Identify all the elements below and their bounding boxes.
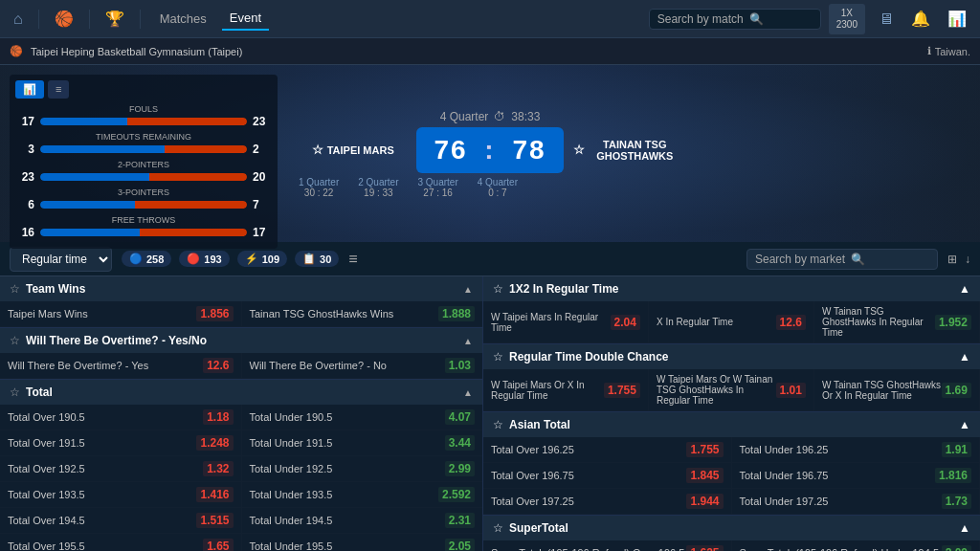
collapse-arrow[interactable]: ▲ [959, 282, 970, 296]
odds-value: 1.816 [935, 468, 971, 483]
odds-cell[interactable]: Total Over 193.51.416 [0, 482, 242, 507]
odds-cell-half[interactable]: SuperTotal: (195-196 Refund) Over 196.51… [483, 540, 732, 551]
odds-label: Total Under 197.25 [740, 496, 829, 507]
monitor-icon[interactable]: 🖥 [875, 7, 898, 32]
right-market-section-header[interactable]: ☆Asian Total▲ [483, 412, 980, 437]
collapse-arrow[interactable]: ▲ [463, 284, 473, 295]
market-badge[interactable]: ⚡109 [237, 251, 287, 267]
stat-val-right: 2 [253, 143, 272, 156]
odds-cell[interactable]: Total Under 190.54.07 [242, 405, 483, 430]
collapse-arrow[interactable]: ▲ [959, 521, 970, 535]
odds-cell-3[interactable]: W Taipei Mars Or W Tainan TSG GhostHawks… [649, 369, 814, 411]
market-star[interactable]: ☆ [493, 350, 503, 364]
market-badge[interactable]: 📋30 [295, 251, 339, 267]
odds-value: 1.69 [942, 383, 971, 398]
quarter-score-item: 4 Quarter0 : 7 [478, 177, 518, 198]
collapse-arrow[interactable]: ▲ [463, 336, 473, 346]
odds-cell[interactable]: Taipei Mars Wins1.856 [0, 301, 242, 326]
odds-cell-half[interactable]: Total Over 196.251.755 [483, 437, 732, 463]
odds-cell-half[interactable]: Total Under 196.751.816 [732, 463, 981, 489]
market-star[interactable]: ☆ [493, 418, 503, 431]
odds-cell[interactable]: Total Under 193.52.592 [242, 482, 483, 507]
right-market-section-header[interactable]: ☆SuperTotal▲ [483, 516, 980, 540]
stats-tab-chart[interactable]: 📊 [15, 80, 44, 99]
odds-cell[interactable]: Total Over 192.51.32 [0, 456, 242, 481]
odds-cell[interactable]: Will There Be Overtime? - No1.03 [242, 353, 483, 378]
market-star[interactable]: ☆ [493, 282, 503, 296]
market-section-header[interactable]: ☆Team Wins▲ [0, 276, 482, 301]
bar-container [40, 229, 247, 236]
odds-cell-3[interactable]: W Tainan TSG GhostHawks Or X In Regular … [814, 369, 980, 411]
odds-cell-half[interactable]: Total Over 197.251.944 [483, 489, 732, 515]
chart-icon[interactable]: 📊 [944, 6, 970, 32]
odds-cell[interactable]: Total Over 190.51.18 [0, 405, 242, 430]
odds-cell-half[interactable]: Total Under 197.251.73 [732, 489, 981, 515]
market-star[interactable]: ☆ [10, 282, 20, 296]
badge-icon: 🔵 [129, 253, 143, 265]
bar-right [135, 201, 247, 209]
market-star[interactable]: ☆ [493, 521, 503, 535]
stats-tabs: 📊 ≡ [15, 80, 272, 99]
bell-icon[interactable]: 🔔 [907, 6, 934, 32]
odds-cell[interactable]: Total Over 195.51.65 [0, 534, 242, 551]
odds-label: Will There Be Overtime? - Yes [8, 360, 148, 371]
q-score-val: 30 : 22 [299, 187, 339, 198]
odds-cell[interactable]: Total Under 191.53.44 [242, 430, 483, 455]
team-right-star[interactable]: ☆ [573, 143, 585, 157]
odds-row-2: Total Over 196.251.755Total Under 196.25… [483, 437, 980, 463]
odds-cell[interactable]: Total Under 195.52.05 [242, 534, 483, 551]
right-market-section-header[interactable]: ☆1X2 In Regular Time▲ [483, 276, 980, 301]
odds-cell[interactable]: Total Under 192.52.99 [242, 456, 483, 481]
odds-cell-3[interactable]: X In Regular Time12.6 [649, 301, 814, 343]
odds-value: 1.03 [445, 358, 475, 373]
odds-cell-half[interactable]: Total Under 196.251.91 [732, 437, 981, 463]
right-market-section-header[interactable]: ☆Regular Time Double Chance▲ [483, 344, 980, 369]
market-badges: 🔵258🔴193⚡109📋30 [122, 251, 339, 267]
market-section-header[interactable]: ☆Total▲ [0, 380, 482, 405]
odds-cell[interactable]: Tainan TSG GhostHawks Wins1.888 [242, 301, 483, 326]
market-star[interactable]: ☆ [10, 386, 20, 399]
stat-label: FOULS [15, 104, 272, 114]
market-star[interactable]: ☆ [10, 334, 20, 347]
odds-cell[interactable]: Total Over 194.51.515 [0, 508, 242, 533]
list-icon[interactable]: ↓ [965, 253, 970, 266]
stat-val-right: 7 [253, 198, 272, 211]
market-search[interactable]: Search by market 🔍 [746, 249, 938, 270]
team-left-star[interactable]: ☆ [312, 143, 323, 157]
odds-label: Will There Be Overtime? - No [250, 360, 387, 371]
live-count-button[interactable]: 1X2300 [829, 4, 865, 34]
tab-matches[interactable]: Matches [152, 8, 214, 30]
badge-count: 109 [262, 253, 279, 265]
collapse-arrow[interactable]: ▲ [959, 418, 970, 431]
odds-cell[interactable]: Total Under 194.52.31 [242, 508, 483, 533]
stats-tab-list[interactable]: ≡ [48, 80, 69, 99]
odds-cell-3[interactable]: W Taipei Mars Or X In Regular Time1.755 [483, 369, 649, 411]
odds-cell-half[interactable]: Total Over 196.751.845 [483, 463, 732, 489]
collapse-arrow[interactable]: ▲ [463, 387, 473, 398]
menu-icon[interactable]: ≡ [348, 251, 357, 268]
trophy-icon[interactable]: 🏆 [101, 6, 128, 32]
period-select[interactable]: Regular time [10, 247, 112, 272]
odds-value: 2.04 [611, 315, 640, 330]
score-right: 78 [512, 135, 546, 165]
odds-cell-half[interactable]: SuperTotal: (195-196 Refund) Under 194.5… [732, 540, 981, 551]
odds-value: 1.32 [203, 461, 233, 476]
odds-cell[interactable]: Total Over 191.51.248 [0, 430, 242, 455]
basketball-icon[interactable]: 🏀 [51, 6, 78, 32]
odds-cell[interactable]: Will There Be Overtime? - Yes12.6 [0, 353, 242, 378]
grid-icon[interactable]: ⊞ [947, 253, 957, 266]
odds-cell-3[interactable]: W Tainan TSG GhostHawks In Regular Time1… [814, 301, 980, 343]
odds-label: Tainan TSG GhostHawks Wins [250, 308, 394, 320]
market-section-header[interactable]: ☆Will There Be Overtime? - Yes/No▲ [0, 328, 482, 353]
market-badge[interactable]: 🔴193 [179, 251, 229, 267]
home-icon[interactable]: ⌂ [10, 7, 27, 32]
collapse-arrow[interactable]: ▲ [959, 350, 970, 364]
market-section: ☆Will There Be Overtime? - Yes/No▲Will T… [0, 328, 482, 380]
odds-cell-3[interactable]: W Taipei Mars In Regular Time2.04 [483, 301, 649, 343]
market-badge[interactable]: 🔵258 [122, 251, 171, 267]
odds-row: Taipei Mars Wins1.856Tainan TSG GhostHaw… [0, 301, 482, 327]
search-by-match[interactable]: Search by match 🔍 [649, 9, 821, 30]
tab-event[interactable]: Event [222, 7, 269, 31]
odds-value: 1.755 [686, 442, 723, 457]
odds-value: 1.91 [942, 442, 971, 457]
